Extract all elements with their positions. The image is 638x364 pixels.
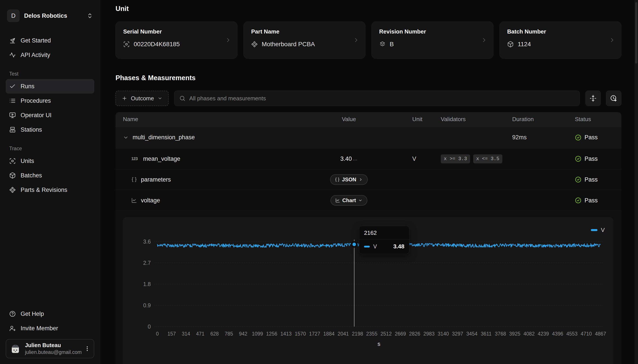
chevrons-up-down-icon bbox=[87, 13, 93, 19]
x-tick-label: 4867 bbox=[595, 331, 606, 336]
sidebar-item-parts-revisions[interactable]: Parts & Revisions bbox=[6, 183, 94, 197]
y-tick-label: 1.8 bbox=[143, 281, 151, 287]
sidebar-item-get-help[interactable]: Get Help bbox=[6, 306, 94, 321]
cell-value: JSON bbox=[306, 174, 392, 185]
unit-card-batch-number[interactable]: Batch Number1124 bbox=[499, 22, 621, 59]
x-tick-label: 628 bbox=[210, 331, 219, 336]
sidebar-item-label: API Activity bbox=[21, 52, 50, 58]
sidebar-item-label: Runs bbox=[21, 83, 35, 90]
expand-chevron-icon[interactable] bbox=[123, 135, 129, 140]
plus-icon bbox=[122, 96, 127, 101]
x-tick-label: 314 bbox=[182, 331, 190, 336]
x-tick-label: 1413 bbox=[280, 331, 292, 336]
card-label: Revision Number bbox=[379, 28, 486, 35]
sidebar-item-operator-ui[interactable]: Operator UI bbox=[6, 108, 94, 122]
outcome-filter-button[interactable]: Outcome bbox=[116, 91, 169, 106]
send-icon bbox=[9, 37, 16, 44]
column-header-duration: Duration bbox=[512, 116, 575, 123]
user-avatar bbox=[10, 343, 21, 354]
sidebar-item-runs[interactable]: Runs bbox=[6, 79, 94, 94]
user-menu[interactable]: Julien Buteau julien.buteau@gmail.com bbox=[6, 339, 94, 358]
chart-tooltip: 2162 V 3.48 bbox=[359, 226, 409, 254]
user-plus-icon bbox=[9, 325, 16, 332]
sidebar-item-stations[interactable]: Stations bbox=[6, 122, 94, 137]
y-tick-label: 2.7 bbox=[143, 260, 151, 266]
json-viewer-pill[interactable]: JSON bbox=[330, 174, 368, 185]
validator-badge: x >= 3.3 bbox=[441, 154, 470, 164]
x-tick-label: 1884 bbox=[323, 331, 334, 336]
x-tick-label: 2355 bbox=[366, 331, 377, 336]
x-tick-label: 2198 bbox=[352, 331, 363, 336]
sidebar-item-label: Get Help bbox=[21, 310, 44, 317]
sidebar: D Delos Robotics Get StartedAPI Activity… bbox=[0, 0, 100, 364]
table-row-multi_dimension_phase[interactable]: multi_dimension_phase92msPass bbox=[116, 126, 621, 148]
tooltip-series-swatch bbox=[364, 246, 370, 248]
pass-check-icon bbox=[575, 197, 581, 204]
chevron-right-icon bbox=[609, 37, 615, 43]
x-tick-label: 4396 bbox=[552, 331, 563, 336]
tooltip-x-value: 2162 bbox=[359, 226, 409, 240]
card-value-row: 00220D4K68185 bbox=[123, 41, 230, 48]
clock-arrow-down-icon bbox=[610, 94, 617, 102]
phases-table: NameValueUnitValidatorsDurationStatus mu… bbox=[116, 112, 621, 364]
pill-label: JSON bbox=[342, 176, 356, 183]
sidebar-item-label: Get Started bbox=[21, 37, 51, 44]
cell-unit: V bbox=[392, 156, 441, 162]
card-value-row: Motherboard PCBA bbox=[251, 41, 358, 48]
sidebar-footer: Get HelpInvite Member Julien Buteau juli… bbox=[6, 306, 94, 358]
cell-validators: x >= 3.3x <= 3.5 bbox=[441, 154, 512, 164]
x-tick-label: 2669 bbox=[395, 331, 406, 336]
chevron-right-icon bbox=[353, 37, 359, 43]
cell-name: parameters bbox=[116, 176, 306, 183]
sidebar-item-batches[interactable]: Batches bbox=[6, 168, 94, 183]
table-row-parameters[interactable]: parametersJSONPass bbox=[116, 169, 621, 190]
table-row-mean_voltage[interactable]: 123mean_voltage3.40…Vx >= 3.3x <= 3.5Pas… bbox=[116, 148, 621, 169]
search-input[interactable] bbox=[189, 95, 575, 102]
workspace-avatar: D bbox=[7, 10, 20, 22]
layers-icon bbox=[379, 41, 386, 48]
status-badge: Pass bbox=[575, 156, 621, 162]
sidebar-nav-footer: Get HelpInvite Member bbox=[6, 306, 94, 336]
table-row-voltage[interactable]: voltageChartPass bbox=[116, 190, 621, 211]
page-scrollbar[interactable] bbox=[634, 0, 638, 364]
y-tick-label: 3.6 bbox=[143, 238, 151, 245]
workspace-switcher[interactable]: D Delos Robotics bbox=[6, 8, 94, 24]
history-button[interactable] bbox=[606, 91, 621, 106]
x-tick-label: 3140 bbox=[438, 331, 449, 336]
sidebar-item-units[interactable]: Units bbox=[6, 154, 94, 168]
user-email: julien.buteau@gmail.com bbox=[25, 349, 80, 355]
outcome-filter-label: Outcome bbox=[131, 95, 154, 102]
unit-card-serial-number[interactable]: Serial Number00220D4K68185 bbox=[116, 22, 237, 59]
user-texts: Julien Buteau julien.buteau@gmail.com bbox=[25, 342, 80, 355]
sidebar-item-api-activity[interactable]: API Activity bbox=[6, 48, 94, 62]
box-icon bbox=[507, 41, 514, 48]
circle-help-icon bbox=[9, 310, 16, 317]
sidebar-section-label: Test bbox=[9, 71, 91, 77]
check-icon bbox=[9, 83, 16, 90]
sidebar-item-invite-member[interactable]: Invite Member bbox=[6, 321, 94, 336]
x-tick-label: 3925 bbox=[509, 331, 520, 336]
x-tick-label: 1727 bbox=[309, 331, 320, 336]
page-scrollbar-thumb[interactable] bbox=[635, 2, 637, 64]
sidebar-item-procedures[interactable]: Procedures bbox=[6, 94, 94, 108]
chart-view-pill[interactable]: Chart bbox=[331, 195, 368, 206]
unit-card-revision-number[interactable]: Revision NumberB bbox=[371, 22, 493, 59]
card-label: Serial Number bbox=[123, 28, 230, 35]
unit-card-part-name[interactable]: Part NameMotherboard PCBA bbox=[244, 22, 365, 59]
status-badge: Pass bbox=[575, 134, 621, 141]
chart-panel[interactable]: 00.91.82.73.6015731447162878594210991256… bbox=[123, 217, 613, 364]
sidebar-item-label: Invite Member bbox=[21, 325, 58, 332]
activity-icon bbox=[9, 52, 16, 58]
collapse-all-button[interactable] bbox=[585, 91, 601, 106]
measurement-name: voltage bbox=[141, 197, 160, 204]
list-icon bbox=[9, 98, 16, 104]
sidebar-item-label: Units bbox=[21, 158, 34, 164]
kebab-menu-icon[interactable] bbox=[84, 346, 90, 352]
voltage-chart-section: 00.91.82.73.6015731447162878594210991256… bbox=[116, 211, 621, 364]
chevron-right-icon bbox=[225, 37, 231, 43]
sidebar-item-get-started[interactable]: Get Started bbox=[6, 33, 94, 48]
x-tick-label: 1256 bbox=[266, 331, 277, 336]
x-tick-label: 3768 bbox=[495, 331, 506, 336]
x-tick-label: 3297 bbox=[452, 331, 463, 336]
braces-icon bbox=[131, 177, 137, 182]
